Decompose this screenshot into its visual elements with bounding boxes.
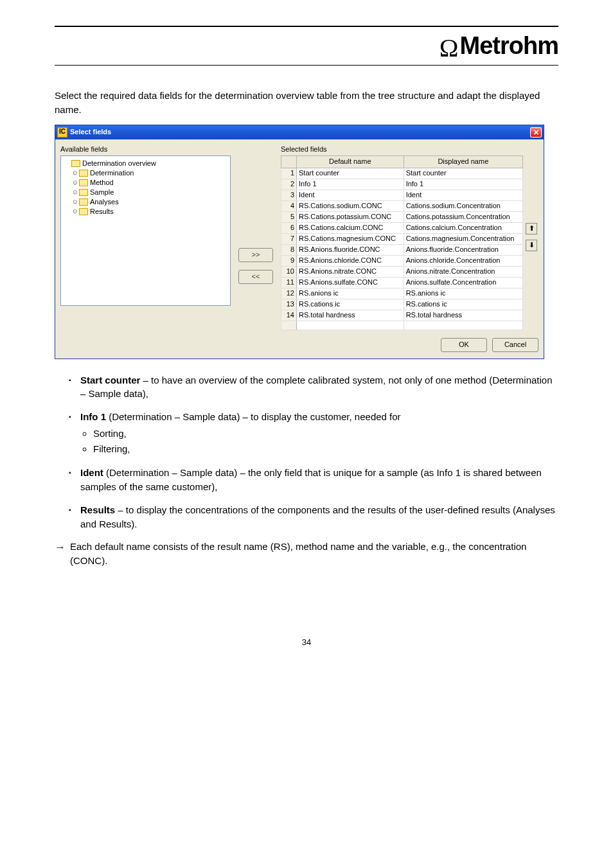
displayed-name-cell[interactable]: Anions.fluoride.Concentration — [404, 244, 522, 255]
row-number: 7 — [281, 234, 297, 245]
displayed-name-cell[interactable]: RS.total hardness — [404, 310, 522, 321]
tree-label: Method — [90, 178, 114, 188]
default-name-cell[interactable]: RS.Anions.fluoride.CONC — [297, 244, 404, 255]
folder-icon — [79, 189, 88, 196]
titlebar: IC Select fields ✕ — [55, 125, 544, 139]
sub-list-item: Filtering, — [93, 442, 558, 456]
page-number: 34 — [0, 637, 613, 647]
default-name-cell[interactable]: RS.Cations.calcium.CONC — [297, 223, 404, 234]
folder-icon — [79, 199, 88, 206]
folder-icon — [71, 160, 80, 167]
table-row[interactable]: 5RS.Cations.potassium.CONCCations.potass… — [281, 212, 523, 223]
tree-node[interactable]: ⊙Determination — [71, 168, 227, 178]
tree-node[interactable]: ⊙Results — [71, 207, 227, 217]
available-fields-tree[interactable]: Determination overview⊙Determination⊙Met… — [60, 155, 231, 306]
default-name-cell[interactable]: Info 1 — [297, 179, 404, 190]
expand-icon[interactable]: ⊙ — [71, 208, 79, 216]
list-item: ▪Results – to display the concentrations… — [69, 503, 558, 531]
col-blank — [281, 156, 297, 168]
table-row[interactable]: 4RS.Cations.sodium.CONCCations.sodium.Co… — [281, 201, 523, 212]
omega-icon: Ω — [440, 35, 459, 61]
sub-list-item: Sorting, — [93, 427, 558, 441]
row-number: 13 — [281, 299, 297, 310]
move-up-button[interactable]: ⬆ — [526, 223, 537, 235]
tree-node[interactable]: ⊙Method — [71, 178, 227, 188]
row-number: 10 — [281, 266, 297, 277]
table-row[interactable]: 6RS.Cations.calcium.CONCCations.calcium.… — [281, 223, 523, 234]
table-row[interactable]: 12RS.anions icRS.anions ic — [281, 288, 523, 299]
list-item: ▪Info 1 (Determination – Sample data) – … — [69, 410, 558, 457]
table-row[interactable]: 14RS.total hardnessRS.total hardness — [281, 310, 523, 321]
intro-text: Select the required data fields for the … — [55, 89, 558, 117]
expand-icon[interactable]: ⊙ — [71, 179, 79, 187]
tree-label: Sample — [90, 188, 114, 198]
default-name-cell[interactable]: RS.cations ic — [297, 299, 404, 310]
table-row[interactable]: 8RS.Anions.fluoride.CONCAnions.fluoride.… — [281, 244, 523, 255]
default-name-cell[interactable]: RS.Anions.sulfate.CONC — [297, 277, 404, 288]
displayed-name-cell[interactable]: Cations.potassium.Concentration — [404, 212, 522, 223]
displayed-name-cell[interactable]: RS.anions ic — [404, 288, 522, 299]
ok-button[interactable]: OK — [441, 338, 487, 352]
displayed-name-cell[interactable]: Anions.sulfate.Concentration — [404, 277, 522, 288]
move-left-button[interactable]: << — [238, 270, 273, 284]
table-row[interactable]: 9RS.Anions.chloride.CONCAnions.chloride.… — [281, 255, 523, 266]
row-number: 11 — [281, 277, 297, 288]
selected-fields-label: Selected fields — [281, 145, 523, 155]
default-name-cell[interactable]: RS.Cations.sodium.CONC — [297, 201, 404, 212]
displayed-name-cell[interactable]: Cations.calcium.Concentration — [404, 223, 522, 234]
app-icon: IC — [57, 127, 67, 137]
table-row[interactable]: 11RS.Anions.sulfate.CONCAnions.sulfate.C… — [281, 277, 523, 288]
expand-icon[interactable]: ⊙ — [71, 198, 79, 206]
tree-label: Results — [90, 207, 114, 217]
default-name-cell[interactable]: Ident — [297, 190, 404, 201]
table-row[interactable]: 1Start counterStart counter — [281, 168, 523, 179]
bullet-text: Ident (Determination – Sample data) – th… — [80, 466, 558, 494]
row-number: 5 — [281, 212, 297, 223]
row-number: 1 — [281, 168, 297, 179]
col-default-name: Default name — [297, 156, 404, 168]
bullet-icon: ▪ — [69, 373, 80, 402]
row-number: 6 — [281, 223, 297, 234]
select-fields-dialog: IC Select fields ✕ Available fields Dete… — [55, 125, 544, 359]
default-name-cell[interactable]: RS.Anions.chloride.CONC — [297, 255, 404, 266]
bullet-icon: ▪ — [69, 503, 80, 531]
move-right-button[interactable]: >> — [238, 248, 273, 262]
tree-node[interactable]: ⊙Analyses — [71, 197, 227, 207]
folder-icon — [79, 170, 88, 177]
displayed-name-cell[interactable]: RS.cations ic — [404, 299, 522, 310]
list-item: ▪Start counter – to have an overview of … — [69, 373, 558, 402]
displayed-name-cell[interactable]: Info 1 — [404, 179, 522, 190]
default-name-cell[interactable]: RS.total hardness — [297, 310, 404, 321]
close-icon[interactable]: ✕ — [530, 127, 542, 137]
brand-name: Metrohm — [460, 32, 558, 60]
tree-node[interactable]: ⊙Sample — [71, 188, 227, 197]
displayed-name-cell[interactable]: Start counter — [404, 168, 522, 179]
table-row[interactable]: 7RS.Cations.magnesium.CONCCations.magnes… — [281, 234, 523, 245]
cancel-button[interactable]: Cancel — [492, 338, 538, 352]
move-down-button[interactable]: ⬇ — [526, 240, 537, 251]
default-name-cell[interactable]: RS.anions ic — [297, 288, 404, 299]
displayed-name-cell[interactable]: Anions.chloride.Concentration — [404, 255, 522, 266]
displayed-name-cell[interactable]: Cations.sodium.Concentration — [404, 201, 522, 212]
expand-icon[interactable]: ⊙ — [71, 169, 79, 177]
displayed-name-cell[interactable]: Anions.nitrate.Concentration — [404, 266, 522, 277]
selected-fields-table[interactable]: Default name Displayed name 1Start count… — [281, 155, 523, 330]
folder-icon — [79, 208, 88, 215]
default-name-cell[interactable]: Start counter — [297, 168, 404, 179]
expand-icon[interactable]: ⊙ — [71, 188, 79, 197]
default-name-cell[interactable]: RS.Cations.magnesium.CONC — [297, 234, 404, 245]
table-row[interactable]: 2Info 1Info 1 — [281, 179, 523, 190]
displayed-name-cell[interactable]: Ident — [404, 190, 522, 201]
tree-label: Determination overview — [82, 159, 156, 169]
row-number: 9 — [281, 255, 297, 266]
default-name-cell[interactable]: RS.Cations.potassium.CONC — [297, 212, 404, 223]
displayed-name-cell[interactable]: Cations.magnesium.Concentration — [404, 234, 522, 245]
tree-label: Determination — [90, 168, 134, 179]
default-name-cell[interactable]: RS.Anions.nitrate.CONC — [297, 266, 404, 277]
table-row[interactable]: 10RS.Anions.nitrate.CONCAnions.nitrate.C… — [281, 266, 523, 277]
table-row[interactable]: 3IdentIdent — [281, 190, 523, 201]
tree-label: Analyses — [90, 197, 119, 208]
tree-node[interactable]: Determination overview — [64, 159, 227, 168]
row-number: 2 — [281, 179, 297, 190]
table-row[interactable]: 13RS.cations icRS.cations ic — [281, 299, 523, 310]
